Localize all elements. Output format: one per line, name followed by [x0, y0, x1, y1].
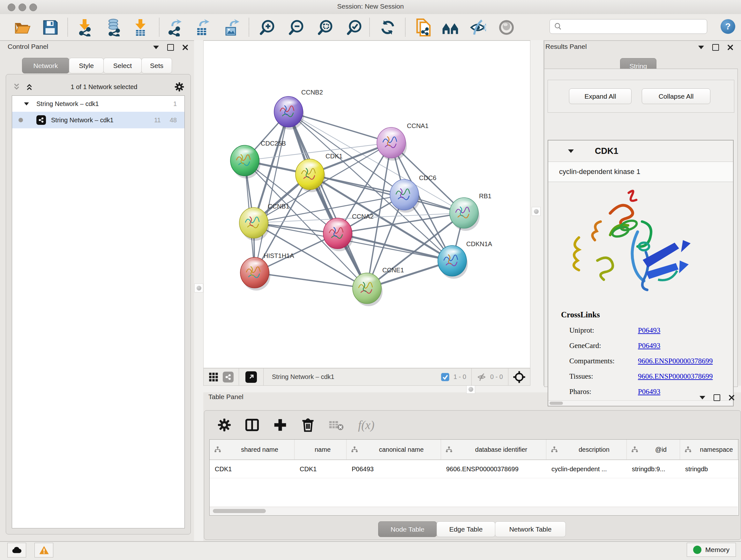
expand-all-chevron-icon[interactable]: [25, 83, 33, 91]
grid-view-icon[interactable]: [209, 372, 218, 382]
close-panel-icon[interactable]: [727, 44, 733, 51]
tab-sets[interactable]: Sets: [141, 58, 172, 73]
hidden-eye-icon[interactable]: [477, 372, 486, 382]
export-image-button[interactable]: [221, 18, 242, 37]
network-node[interactable]: [377, 127, 407, 161]
network-row-selected[interactable]: String Network – cdk1 11 48: [12, 112, 185, 128]
hide-selected-button[interactable]: [468, 18, 488, 37]
import-network-file-button[interactable]: [74, 18, 95, 37]
column-header-description[interactable]: description: [546, 440, 627, 459]
delete-column-trash-icon[interactable]: [301, 418, 315, 432]
collapse-panel-icon[interactable]: [698, 46, 704, 49]
tab-style[interactable]: Style: [69, 58, 104, 73]
birdseye-view-icon[interactable]: [513, 371, 526, 383]
network-node[interactable]: [450, 198, 480, 231]
collapse-all-chevron-icon[interactable]: [12, 83, 21, 91]
collapse-panel-icon[interactable]: [699, 396, 705, 399]
import-database-button[interactable]: [104, 18, 124, 37]
cloud-status-button[interactable]: [7, 543, 26, 557]
open-in-new-window-icon[interactable]: [246, 371, 257, 383]
crosslink-value-link[interactable]: P06493: [638, 326, 660, 334]
export-table-button[interactable]: [192, 18, 212, 37]
left-splitter-knob[interactable]: [194, 284, 203, 293]
import-table-button[interactable]: [130, 18, 151, 37]
zoom-in-button[interactable]: [257, 18, 278, 37]
protein-header[interactable]: CDK1: [548, 140, 733, 162]
close-panel-icon[interactable]: [729, 395, 735, 401]
first-neighbors-button[interactable]: [440, 18, 461, 37]
tab-network-table[interactable]: Network Table: [495, 521, 566, 537]
open-session-button[interactable]: [12, 18, 32, 37]
warning-status-button[interactable]: [35, 543, 53, 557]
show-graphics-details-button[interactable]: [496, 18, 517, 37]
table-panel-window-icons: [699, 394, 735, 401]
split-columns-icon[interactable]: [245, 418, 259, 432]
column-header-name[interactable]: name: [294, 440, 347, 459]
column-header-database-identifier[interactable]: database identifier: [441, 440, 546, 459]
network-node[interactable]: [295, 159, 326, 192]
table-settings-gear-icon[interactable]: [218, 418, 231, 432]
table-cell[interactable]: cyclin-dependent ...: [546, 460, 627, 478]
tab-select[interactable]: Select: [104, 58, 142, 73]
network-edge[interactable]: [288, 112, 367, 288]
column-header-canonical-name[interactable]: canonical name: [347, 440, 441, 459]
column-header--id[interactable]: @id: [627, 440, 680, 459]
selected-checkbox-icon[interactable]: [441, 373, 450, 381]
crosslink-value-link[interactable]: P06493: [638, 341, 660, 350]
share-view-icon[interactable]: [223, 372, 233, 382]
network-collection-row[interactable]: String Network – cdk1 1: [12, 96, 185, 112]
delete-table-icon[interactable]: [329, 419, 344, 431]
network-node[interactable]: [274, 97, 304, 130]
collapse-panel-icon[interactable]: [153, 46, 159, 49]
column-header-shared-name[interactable]: shared name: [210, 440, 294, 459]
collection-expand-icon[interactable]: [24, 102, 29, 105]
table-cell[interactable]: 9606.ENSP00000378699: [441, 460, 546, 478]
table-cell[interactable]: stringdb: [680, 460, 738, 478]
table-hscrollbar[interactable]: [210, 507, 738, 515]
network-edge[interactable]: [310, 174, 464, 213]
refresh-view-button[interactable]: [378, 18, 398, 37]
tab-node-table[interactable]: Node Table: [378, 521, 437, 537]
tab-network[interactable]: Network: [22, 58, 69, 73]
network-edge[interactable]: [255, 273, 367, 288]
table-row[interactable]: CDK1CDK1P064939606.ENSP00000378699cyclin…: [210, 460, 738, 478]
crosslink-value-link[interactable]: 9606.ENSP00000378699: [638, 357, 713, 365]
column-header-namespace[interactable]: namespace: [680, 440, 738, 459]
network-canvas[interactable]: CCNB2CCNA1CDC25BCDK1CDC6RB1CCNB1CCNA2CDK…: [203, 41, 530, 368]
collapse-all-button[interactable]: Collapse All: [642, 88, 711, 104]
expand-all-button[interactable]: Expand All: [569, 88, 631, 104]
network-node[interactable]: [240, 257, 270, 291]
protein-expand-icon[interactable]: [568, 149, 574, 153]
apply-function-icon[interactable]: f(x): [358, 418, 374, 432]
table-cell[interactable]: P06493: [347, 460, 441, 478]
crosslink-value-link[interactable]: 9606.ENSP00000378699: [638, 372, 713, 381]
right-splitter[interactable]: [530, 40, 544, 392]
add-column-icon[interactable]: [273, 418, 287, 432]
left-splitter[interactable]: [194, 40, 203, 541]
search-input[interactable]: [562, 23, 707, 30]
float-panel-icon[interactable]: [167, 44, 174, 51]
float-panel-icon[interactable]: [712, 44, 719, 51]
network-node[interactable]: [230, 145, 260, 179]
table-hscroll-thumb[interactable]: [213, 509, 266, 513]
table-cell[interactable]: CDK1: [210, 460, 294, 478]
tab-edge-table[interactable]: Edge Table: [436, 521, 495, 537]
table-cell[interactable]: CDK1: [294, 460, 347, 478]
export-network-button[interactable]: [164, 18, 185, 37]
network-from-file-button[interactable]: [413, 18, 433, 37]
gear-icon[interactable]: [175, 82, 184, 91]
right-splitter-knob[interactable]: [532, 207, 541, 216]
save-session-button[interactable]: [40, 18, 61, 37]
float-panel-icon[interactable]: [714, 394, 720, 401]
network-node[interactable]: [353, 273, 383, 306]
close-panel-icon[interactable]: [182, 44, 188, 51]
table-cell[interactable]: stringdb:9...: [627, 460, 680, 478]
zoom-selected-button[interactable]: [344, 18, 365, 37]
network-node[interactable]: [438, 246, 468, 279]
zoom-fit-button[interactable]: [315, 18, 336, 37]
network-edge[interactable]: [255, 112, 288, 273]
memory-button[interactable]: Memory: [687, 543, 736, 557]
zoom-out-button[interactable]: [286, 18, 307, 37]
help-button[interactable]: ?: [721, 19, 735, 34]
network-node[interactable]: [323, 218, 353, 251]
